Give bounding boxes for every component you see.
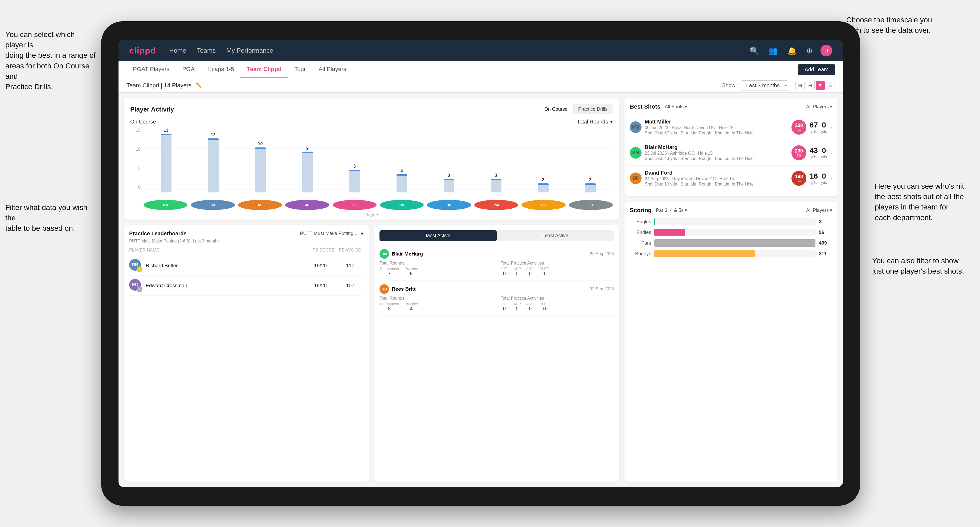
activity-section-label: On Course (130, 119, 156, 125)
bar-value-label: 9 (306, 146, 309, 151)
scoring-label: Bogeys (630, 251, 651, 257)
nav-home[interactable]: Home (169, 45, 186, 56)
bell-icon-button[interactable]: 🔔 (786, 45, 799, 57)
y-label: 5 (138, 166, 141, 171)
bar-column: 3 (426, 173, 471, 192)
scoring-count: 3 (819, 219, 832, 225)
annotation-player-select: You can select which player isdoing the … (5, 29, 96, 92)
shot-player-name: Matt Miller (645, 119, 788, 125)
bar-element (538, 183, 549, 192)
list-view-button[interactable]: ☰ (826, 81, 835, 90)
nav-teams[interactable]: Teams (197, 45, 216, 56)
top-navigation: clippd Home Teams My Performance 🔍 👥 🔔 ⊕… (119, 40, 843, 61)
bar-value-label: 12 (211, 133, 216, 137)
annotation-timescale: Choose the timescale youwish to see the … (846, 14, 932, 35)
bar-column: 9 (285, 146, 330, 192)
bar-highlight (255, 148, 266, 149)
people-icon-button[interactable]: 👥 (767, 45, 780, 57)
right-panel: Best Shots All Shots ▾ All Players ▾ MM (625, 98, 838, 482)
most-active-tab[interactable]: Most Active (379, 230, 497, 241)
active-player-header: BM Blair McHarg 26 Aug 2023 (379, 249, 614, 259)
shot-dist-detail: Shot Dist: 67 yds · Start Lie: Rough · E… (645, 131, 788, 135)
active-player-stats: Total Rounds Tournament 8 Practice (379, 296, 614, 312)
on-course-toggle[interactable]: On Course (539, 104, 573, 114)
tab-all-players[interactable]: All Players (312, 61, 353, 78)
bar-column: 2 (568, 178, 613, 192)
shot-item[interactable]: DF David Ford 24 Aug 2023 · Royal North … (630, 165, 832, 191)
shot-carry: 0 yds (821, 146, 827, 159)
tab-pga[interactable]: PGA (176, 61, 201, 78)
total-rounds-dropdown[interactable]: Total Rounds ▾ (577, 119, 613, 125)
edit-team-icon[interactable]: ✏️ (196, 82, 202, 89)
shot-distance: 67 yds (810, 121, 818, 133)
app-stat: APP 0 (514, 302, 521, 312)
lb-player-name: Richard Butler (146, 263, 304, 268)
total-rounds-label: Total Rounds (379, 296, 493, 301)
arg-stat: ARG 0 (526, 267, 534, 276)
grid6-view-button[interactable]: ⊟ (806, 81, 815, 90)
app-logo: clippd (129, 46, 156, 56)
practice-drills-toggle[interactable]: Practice Drills (573, 104, 613, 114)
player-avatar: OB (380, 200, 424, 210)
bar-value-label: 3 (448, 173, 450, 178)
scoring-bar-wrap (654, 239, 816, 247)
bar-element (208, 138, 219, 192)
player-avatar: JC (285, 200, 329, 210)
scoring-bar (654, 218, 655, 225)
lb-pb-score: 18/20 (307, 283, 334, 289)
nav-my-performance[interactable]: My Performance (226, 45, 273, 56)
scoring-bar (654, 250, 755, 257)
bar-highlight (161, 134, 172, 135)
bar-column: 10 (238, 141, 283, 192)
active-player-name: Blair McHarg (392, 251, 587, 257)
bar-highlight (302, 152, 313, 153)
scoring-player-filter[interactable]: All Players ▾ (806, 207, 832, 213)
tab-tour[interactable]: Tour (288, 61, 312, 78)
scoring-par-filter[interactable]: Par 3, 4 & 5s ▾ (656, 207, 687, 213)
bar-element (444, 179, 454, 192)
lb-rank-avatar: EC 2 (129, 279, 142, 292)
tab-team-clippd[interactable]: Team Clippd (240, 61, 288, 78)
scoring-bar-wrap (654, 250, 816, 257)
tablet-screen: clippd Home Teams My Performance 🔍 👥 🔔 ⊕… (119, 40, 843, 487)
shot-dist-detail: Shot Dist: 16 yds · Start Lie: Rough · E… (645, 182, 788, 187)
shot-player-name: David Ford (645, 170, 788, 176)
user-avatar[interactable]: U (821, 45, 832, 56)
all-shots-filter[interactable]: All Shots ▾ (665, 104, 687, 110)
show-timeframe-dropdown[interactable]: Last 3 months Last 6 months Last year (741, 80, 788, 90)
x-axis-label: Players (130, 212, 613, 218)
rank-badge: 2 (137, 286, 142, 292)
shots-title: Best Shots (630, 103, 660, 110)
bar-column: 4 (379, 168, 424, 192)
tab-hcaps[interactable]: Hcaps 1-5 (201, 61, 240, 78)
shot-badge: 198 SG (791, 171, 807, 186)
lb-col-name: PLAYER NAME (129, 248, 310, 252)
bar-value-label: 3 (495, 173, 497, 178)
bar-element (255, 148, 266, 192)
plus-circle-icon-button[interactable]: ⊕ (805, 45, 814, 57)
heart-view-button[interactable]: ♥ (816, 81, 825, 90)
bar-element (585, 183, 596, 192)
player-avatar: EE (332, 200, 377, 210)
player-avatar: RB (379, 284, 389, 294)
putt-stat: PUTT 1 (539, 267, 549, 276)
practice-dropdown[interactable]: PUTT Must Make Putting ... ▾ (300, 230, 363, 237)
shot-item[interactable]: MM Matt Miller 09 Jun 2023 · Royal North… (630, 114, 832, 140)
all-players-filter[interactable]: All Players ▾ (806, 104, 832, 110)
total-rounds-group: Total Rounds Tournament 7 Practice (379, 261, 493, 276)
shot-item[interactable]: BM Blair McHarg 23 Jul 2023 · Ashridge G… (630, 140, 832, 165)
practice-title-row: Practice Leaderboards PUTT Must Make Put… (129, 230, 363, 237)
bar-highlight (491, 179, 501, 180)
add-team-button[interactable]: Add Team (798, 64, 835, 75)
scoring-card: Scoring Par 3, 4 & 5s ▾ All Players ▾ Ea… (625, 202, 838, 482)
grid4-view-button[interactable]: ⊞ (795, 81, 805, 90)
y-label: 15 (136, 128, 141, 133)
bar-column: 3 (474, 173, 519, 192)
bars-container: 1312109543322 (143, 128, 613, 195)
lb-pb-avg: 107 (337, 283, 363, 289)
search-icon-button[interactable]: 🔍 (748, 45, 760, 57)
gtt-stat: GTT 0 (501, 267, 508, 276)
tab-pgat-players[interactable]: PGAT Players (126, 61, 176, 78)
least-active-tab[interactable]: Least Active (497, 230, 614, 241)
shot-date-course: 23 Jul 2023 · Ashridge GC · Hole 15 (645, 151, 788, 156)
